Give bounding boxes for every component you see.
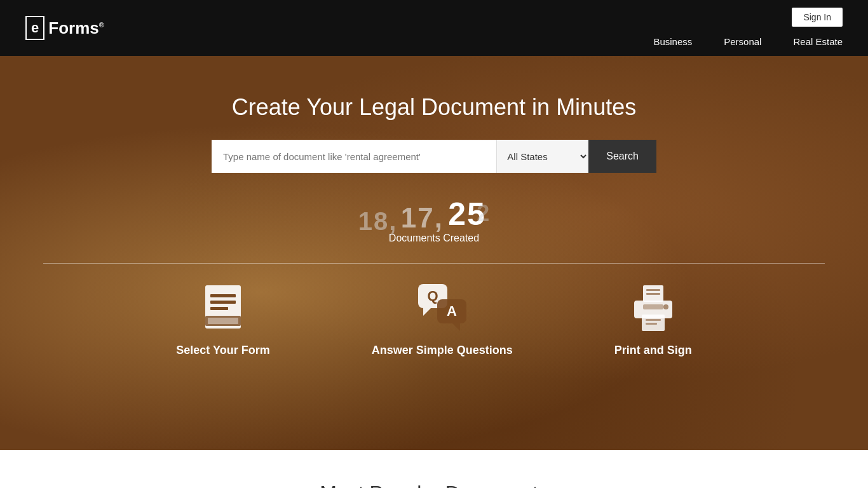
step-answer-questions-label: Answer Simple Questions bbox=[372, 344, 513, 357]
search-bar: All States Alabama Alaska Arizona Arkans… bbox=[212, 140, 656, 173]
qa-icon: Q A bbox=[417, 283, 468, 334]
sign-in-button[interactable]: Sign In bbox=[792, 8, 843, 27]
svg-rect-14 bbox=[646, 293, 660, 295]
logo-box: e bbox=[25, 16, 44, 40]
counter-section: 18, 17, 25 2 Documents Created bbox=[358, 198, 510, 244]
step-answer-questions: Q A Answer Simple Questions bbox=[372, 283, 513, 357]
svg-text:A: A bbox=[447, 303, 457, 319]
svg-marker-7 bbox=[423, 308, 431, 316]
main-nav: Business Personal Real Estate bbox=[653, 36, 843, 47]
step-print-sign: Print and Sign bbox=[614, 283, 692, 357]
steps-section: Select Your Form Q A Answer bbox=[176, 276, 691, 376]
hero-content: Create Your Legal Document in Minutes Al… bbox=[0, 56, 868, 376]
hero-section: Create Your Legal Document in Minutes Al… bbox=[0, 56, 868, 450]
svg-rect-19 bbox=[646, 319, 661, 321]
svg-marker-10 bbox=[452, 323, 460, 331]
logo-forms: Forms bbox=[48, 18, 98, 37]
step-print-sign-label: Print and Sign bbox=[614, 344, 692, 357]
hero-title: Create Your Legal Document in Minutes bbox=[232, 94, 636, 121]
svg-rect-2 bbox=[210, 301, 236, 304]
logo-e-letter: e bbox=[31, 20, 39, 36]
nav-business[interactable]: Business bbox=[653, 36, 692, 47]
popular-section: Most Popular Documents bbox=[0, 450, 868, 488]
svg-point-17 bbox=[663, 304, 668, 309]
counter-number: 18, 17, 25 2 bbox=[358, 198, 510, 230]
form-icon bbox=[198, 283, 248, 334]
nav-personal[interactable]: Personal bbox=[724, 36, 761, 47]
print-icon bbox=[628, 283, 679, 334]
search-input[interactable] bbox=[212, 140, 496, 173]
svg-text:Q: Q bbox=[427, 288, 438, 304]
logo-trademark: ® bbox=[99, 21, 104, 29]
svg-rect-1 bbox=[210, 294, 236, 297]
logo-text: Forms® bbox=[48, 18, 104, 38]
step-select-form: Select Your Form bbox=[176, 283, 269, 357]
svg-rect-20 bbox=[646, 323, 657, 325]
state-select[interactable]: All States Alabama Alaska Arizona Arkans… bbox=[496, 140, 588, 173]
svg-rect-13 bbox=[646, 289, 660, 291]
svg-rect-5 bbox=[208, 318, 238, 324]
nav-real-estate[interactable]: Real Estate bbox=[793, 36, 843, 47]
step-select-form-label: Select Your Form bbox=[176, 344, 269, 357]
svg-rect-16 bbox=[643, 304, 663, 309]
search-button[interactable]: Search bbox=[588, 140, 656, 173]
site-header: e Forms® Sign In Business Personal Real … bbox=[0, 0, 868, 56]
svg-rect-3 bbox=[210, 307, 228, 310]
popular-title: Most Popular Documents bbox=[25, 482, 843, 488]
site-logo[interactable]: e Forms® bbox=[25, 16, 104, 40]
hero-divider bbox=[43, 263, 824, 264]
